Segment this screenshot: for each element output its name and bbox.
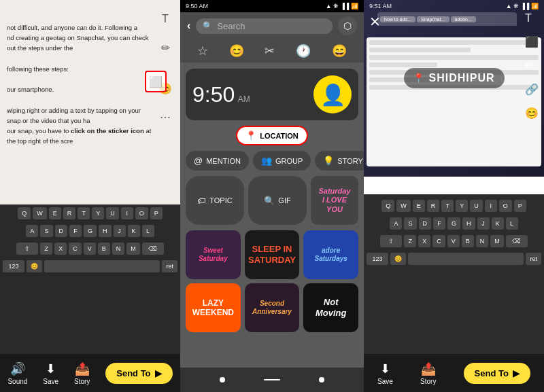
rkey-p[interactable]: P (514, 200, 526, 212)
rkey-space[interactable] (408, 253, 524, 265)
key-h[interactable]: H (99, 225, 112, 237)
more-tool-icon[interactable]: ⋯ (157, 109, 173, 125)
nav-recent-dot[interactable] (319, 377, 324, 382)
sticker-sleep-saturday[interactable]: SLEEP INSATURDAY (245, 230, 300, 279)
story-chip[interactable]: 💡 STORY (315, 151, 364, 171)
rkey-t[interactable]: T (441, 200, 454, 212)
sticker-not-moving[interactable]: NotMoving (303, 283, 358, 332)
key-q[interactable]: Q (18, 207, 31, 219)
key-g[interactable]: G (84, 225, 97, 237)
rkey-r[interactable]: R (427, 200, 440, 212)
text-tool-icon[interactable]: T (157, 11, 173, 27)
rkey-c[interactable]: C (432, 235, 445, 247)
sound-button[interactable]: 🔊 Sound (7, 361, 27, 385)
sticker-lazy-weekend[interactable]: LAZYWEEKEND (186, 283, 241, 332)
sticker-second-anniversary[interactable]: SecondAnniversary (245, 283, 300, 332)
key-space[interactable] (44, 260, 160, 272)
key-i[interactable]: I (121, 207, 133, 219)
right-text-icon[interactable]: T (525, 12, 539, 24)
topic-chip[interactable]: 🏷 TOPIC (186, 176, 244, 225)
sticker-pack-icon[interactable]: ⬡ (338, 16, 357, 35)
rkey-backspace[interactable]: ⌫ (506, 235, 528, 247)
key-d[interactable]: D (55, 225, 68, 237)
browser-tab-3[interactable]: addon... (451, 16, 476, 22)
key-w[interactable]: W (33, 207, 47, 219)
key-emoji[interactable]: 😊 (27, 260, 42, 272)
key-123[interactable]: 123 (3, 260, 24, 272)
rkey-s[interactable]: S (404, 217, 416, 230)
rkey-b[interactable]: B (462, 235, 474, 247)
rkey-emoji[interactable]: 😊 (390, 253, 406, 265)
back-button[interactable]: ‹ (187, 20, 190, 32)
rkey-123[interactable]: 123 (367, 253, 388, 265)
key-c[interactable]: C (69, 243, 82, 255)
rkey-f[interactable]: F (433, 217, 445, 230)
mention-chip[interactable]: @ MENTION (186, 151, 249, 171)
key-p[interactable]: P (150, 207, 163, 219)
rkey-g[interactable]: G (447, 217, 460, 230)
location-button[interactable]: 📍 LOCATION (236, 126, 308, 145)
group-chip[interactable]: 👥 GROUP (253, 151, 311, 171)
nav-home-dot[interactable] (220, 377, 225, 382)
key-l[interactable]: L (142, 225, 154, 237)
key-u[interactable]: U (106, 207, 119, 219)
key-s[interactable]: S (40, 225, 52, 237)
save-button-left[interactable]: ⬇ Save (43, 361, 58, 385)
key-m[interactable]: M (126, 243, 140, 255)
sticker-adore-saturdays[interactable]: adoreSaturdays (303, 230, 358, 279)
key-v[interactable]: V (84, 243, 96, 255)
nav-back-line[interactable] (264, 379, 280, 380)
rkey-return[interactable]: ret (526, 253, 541, 265)
sticker-icon-box[interactable]: ⬜ (145, 71, 167, 92)
rkey-l[interactable]: L (506, 217, 518, 230)
rkey-n[interactable]: N (476, 235, 489, 247)
rkey-a[interactable]: A (390, 217, 402, 230)
story-button-left[interactable]: 📤 Story (74, 361, 90, 385)
rkey-m[interactable]: M (490, 235, 504, 247)
browser-tab-1[interactable]: how to add... (380, 16, 415, 22)
key-y[interactable]: Y (92, 207, 104, 219)
key-backspace[interactable]: ⌫ (142, 243, 164, 255)
rkey-q[interactable]: Q (381, 200, 394, 212)
browser-tab-2[interactable]: Snapchat... (417, 16, 449, 22)
search-input-container[interactable]: 🔍 (196, 18, 333, 34)
key-n[interactable]: N (112, 243, 125, 255)
story-button-right[interactable]: 📤 Story (420, 361, 436, 385)
category-star-icon[interactable]: ☆ (197, 43, 208, 58)
category-scissors-icon[interactable]: ✂ (265, 43, 275, 58)
sticker-saturday-ily[interactable]: SaturdayI LOVE YOU (311, 176, 358, 225)
sticker-sweet-saturday[interactable]: SweetSaturday (186, 230, 241, 279)
key-shift[interactable]: ⇧ (16, 243, 38, 255)
key-o[interactable]: O (135, 207, 148, 219)
rkey-e[interactable]: E (413, 200, 425, 212)
close-button[interactable]: ✕ (369, 14, 381, 30)
key-z[interactable]: Z (40, 243, 52, 255)
rkey-y[interactable]: Y (456, 200, 468, 212)
rkey-shift[interactable]: ⇧ (380, 235, 402, 247)
send-to-button-right[interactable]: Send To ▶ (464, 363, 530, 384)
key-j[interactable]: J (114, 225, 126, 237)
rkey-z[interactable]: Z (404, 235, 416, 247)
key-k[interactable]: K (128, 225, 140, 237)
rkey-d[interactable]: D (419, 217, 432, 230)
rkey-u[interactable]: U (470, 200, 483, 212)
category-emoji2-icon[interactable]: 😄 (332, 43, 347, 58)
key-x[interactable]: X (54, 243, 67, 255)
rkey-o[interactable]: O (499, 200, 512, 212)
gif-chip[interactable]: 🔍 GIF (248, 176, 307, 225)
rkey-j[interactable]: J (477, 217, 490, 230)
category-face-icon[interactable]: 😊 (229, 43, 244, 58)
key-b[interactable]: B (98, 243, 110, 255)
save-button-right[interactable]: ⬇ Save (377, 361, 393, 385)
right-emoji-icon[interactable]: 😊 (525, 107, 539, 120)
right-pen-icon[interactable]: ✏ (525, 59, 539, 72)
key-e[interactable]: E (49, 207, 61, 219)
key-a[interactable]: A (26, 225, 38, 237)
category-clock-icon[interactable]: 🕐 (296, 43, 311, 58)
key-return[interactable]: ret (162, 260, 177, 272)
key-f[interactable]: F (69, 225, 82, 237)
key-t[interactable]: T (78, 207, 90, 219)
right-sticker-icon[interactable]: ⬛ (525, 35, 539, 48)
rkey-k[interactable]: K (492, 217, 504, 230)
right-link-icon[interactable]: 🔗 (525, 83, 539, 96)
